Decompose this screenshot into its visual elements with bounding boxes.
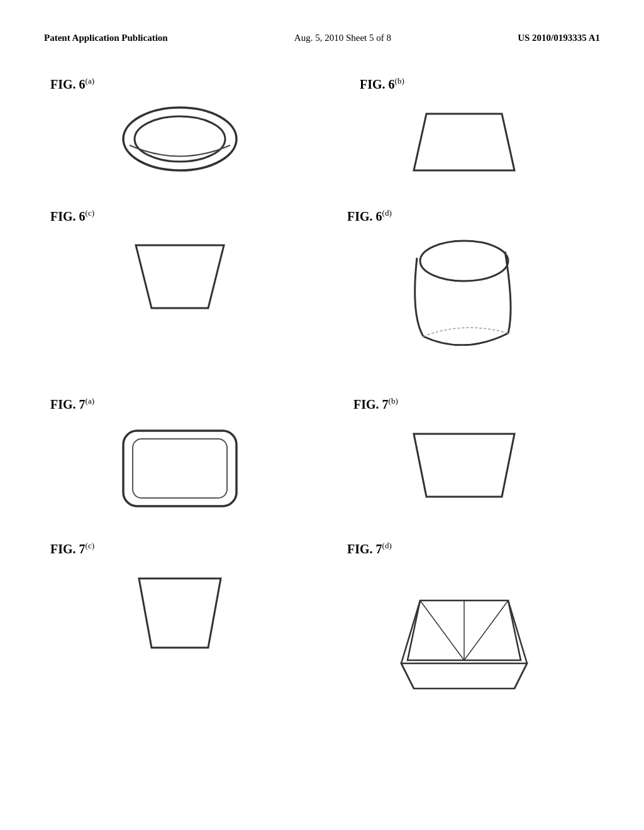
figure-6b-image <box>401 101 527 183</box>
svg-line-17 <box>464 600 508 660</box>
figure-6d-cell: FIG. 6(d) <box>322 202 606 365</box>
figure-6d-image <box>398 233 530 346</box>
figure-7b-label: FIG. 7(b) <box>353 396 398 412</box>
svg-line-13 <box>401 663 414 689</box>
svg-point-4 <box>420 241 508 281</box>
section-gap <box>38 365 606 390</box>
figure-6a-image <box>117 101 243 177</box>
header-date-sheet: Aug. 5, 2010 Sheet 5 of 8 <box>294 31 391 45</box>
figure-7b-image <box>404 421 524 509</box>
svg-line-16 <box>420 600 464 660</box>
figure-7d-image <box>389 566 540 698</box>
figure-6b-label: FIG. 6(b) <box>360 76 404 92</box>
figure-6c-image <box>130 233 230 321</box>
figure-6a-label: FIG. 6(a) <box>50 76 94 92</box>
svg-line-11 <box>401 600 420 663</box>
svg-line-12 <box>508 600 527 663</box>
figure-7c-label: FIG. 7(c) <box>50 541 94 556</box>
svg-marker-8 <box>139 578 221 648</box>
svg-marker-2 <box>414 114 514 170</box>
figures-grid: FIG. 6(a) FIG. 6(b) FIG. 6(c <box>0 57 644 729</box>
figure-6a-cell: FIG. 6(a) <box>38 70 322 202</box>
figure-7c-cell: FIG. 7(c) <box>38 534 322 717</box>
svg-marker-9 <box>401 663 527 689</box>
header-patent-number: US 2010/0193335 A1 <box>518 31 600 45</box>
header-publication-label: Patent Application Publication <box>44 31 168 45</box>
figure-6b-cell: FIG. 6(b) <box>322 70 606 202</box>
figure-7a-image <box>117 421 243 516</box>
svg-marker-3 <box>136 245 224 308</box>
figure-6c-cell: FIG. 6(c) <box>38 202 322 365</box>
figure-7c-image <box>126 566 233 660</box>
figure-6d-label: FIG. 6(d) <box>347 208 392 224</box>
figure-7a-label: FIG. 7(a) <box>50 396 94 412</box>
figure-7d-label: FIG. 7(d) <box>347 541 392 556</box>
svg-rect-6 <box>133 439 227 498</box>
svg-rect-5 <box>123 431 236 506</box>
figure-6c-label: FIG. 6(c) <box>50 208 94 224</box>
page-header: Patent Application Publication Aug. 5, 2… <box>0 0 644 57</box>
figure-7a-cell: FIG. 7(a) <box>38 390 322 534</box>
svg-line-14 <box>514 663 527 689</box>
figure-7b-cell: FIG. 7(b) <box>322 390 606 534</box>
svg-point-1 <box>135 116 225 162</box>
svg-marker-7 <box>414 434 514 497</box>
figure-7d-cell: FIG. 7(d) <box>322 534 606 717</box>
